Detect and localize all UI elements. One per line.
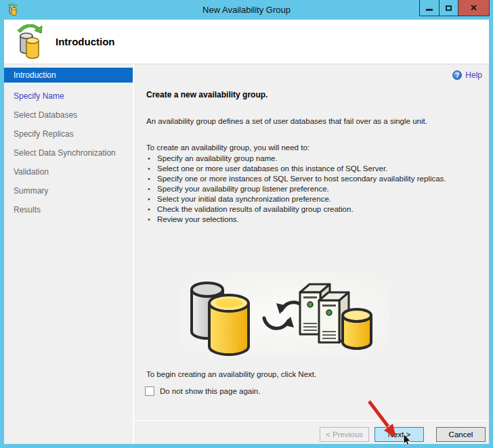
steps-list: Specify an availability group name. Sele… [148,154,446,225]
sidebar-item-summary[interactable]: Summary [4,181,133,200]
minimize-icon [426,9,433,11]
sidebar-item-introduction[interactable]: Introduction [4,68,133,83]
wizard-header: Introduction [4,20,489,64]
maximize-button[interactable] [439,0,458,16]
button-bar: < Previous Next > Cancel [134,420,489,444]
dialog-frame: Introduction Introduction Specify Name S… [4,20,489,444]
step-item: Specify your availability group listener… [148,184,446,194]
previous-button[interactable]: < Previous [320,427,369,442]
close-icon: ✕ [470,3,477,12]
step-item: Specify an availability group name. [148,154,446,164]
do-not-show-label: Do not show this page again. [160,387,260,395]
help-link[interactable]: ? Help [452,70,482,80]
maximize-icon [446,5,452,11]
dialog-body: Introduction Specify Name Select Databas… [4,64,489,444]
new-availability-group-dialog: New Availability Group ✕ Introduction In… [0,0,493,448]
step-item: Review your selections. [148,215,446,225]
do-not-show-checkbox[interactable] [145,386,154,396]
sidebar-item-results[interactable]: Results [4,200,133,219]
step-item: Select your initial data synchronization… [148,194,446,204]
begin-hint-text: To begin creating an availability group,… [146,370,316,378]
intro-text: An availability group defines a set of u… [146,117,427,125]
small-database-icon [343,309,371,349]
wizard-steps-sidebar: Introduction Specify Name Select Databas… [4,64,133,444]
titlebar[interactable]: New Availability Group ✕ [0,0,493,20]
availability-group-diagram [180,272,390,357]
window-controls: ✕ [419,0,490,16]
page-title: Introduction [56,36,114,47]
step-item: Specify one or more instances of SQL Ser… [148,174,446,184]
help-icon: ? [452,70,462,80]
next-button[interactable]: Next > [374,427,424,442]
do-not-show-row: Do not show this page again. [145,386,260,396]
content-main: ? Help Create a new availability group. … [134,64,489,420]
sidebar-item-select-databases[interactable]: Select Databases [4,106,133,125]
availability-group-mini-icon [7,3,18,16]
sidebar-item-select-data-synchronization[interactable]: Select Data Synchronization [4,143,133,162]
minimize-button[interactable] [420,0,439,16]
cancel-button[interactable]: Cancel [436,427,486,442]
step-item: Check the validation results of availabi… [148,204,446,215]
content-heading: Create a new availability group. [146,90,267,99]
step-item: Select one or more user databases on thi… [148,164,446,174]
sidebar-item-specify-name[interactable]: Specify Name [4,87,133,106]
content-pane: ? Help Create a new availability group. … [133,64,489,444]
sidebar-item-validation[interactable]: Validation [4,162,133,181]
availability-group-icon [15,24,45,60]
close-button[interactable]: ✕ [458,0,489,16]
help-label: Help [465,70,482,80]
steps-intro-text: To create an availability group, you wil… [146,143,309,152]
yellow-database-icon [209,295,249,355]
sidebar-item-specify-replicas[interactable]: Specify Replicas [4,125,133,143]
